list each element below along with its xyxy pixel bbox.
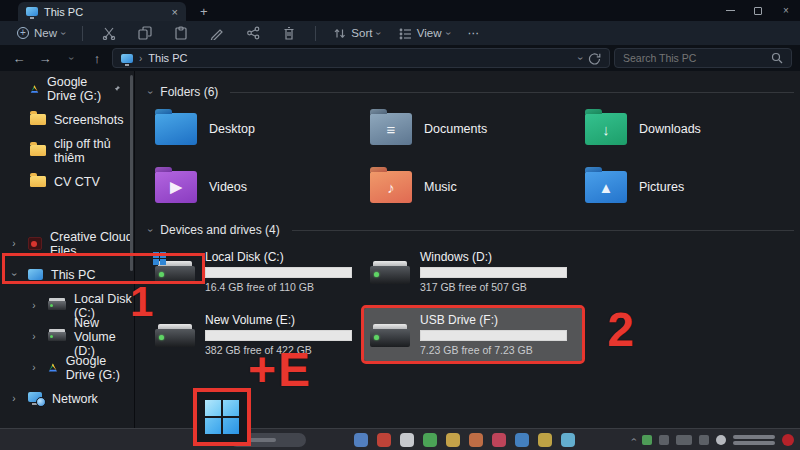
breadcrumb-separator-icon: › xyxy=(139,53,142,64)
divider xyxy=(82,26,83,41)
app-yellow[interactable] xyxy=(446,433,460,447)
folder-tile-music[interactable]: ♪ Music xyxy=(364,165,579,209)
sort-button[interactable]: Sort › xyxy=(326,25,387,42)
forward-button[interactable]: → xyxy=(34,51,56,66)
sidebar-item-label: clip off thủ thiêm xyxy=(54,137,134,165)
sidebar-item-creative-cloud-files[interactable]: › Creative Cloud Files xyxy=(0,228,134,259)
google-drive-icon xyxy=(48,361,58,374)
drive-name: USB Drive (F:) xyxy=(420,313,567,327)
app-white[interactable] xyxy=(400,433,414,447)
app-lightblue[interactable] xyxy=(561,433,575,447)
view-button[interactable]: View › xyxy=(392,25,457,42)
taskbar-clock[interactable] xyxy=(733,435,775,445)
new-tab-button[interactable]: + xyxy=(200,4,208,21)
sidebar-gap xyxy=(0,197,134,228)
up-button[interactable]: ↑ xyxy=(86,51,108,66)
sidebar-item-clip-off-thu-thiem[interactable]: clip off thủ thiêm xyxy=(0,135,134,166)
refresh-icon[interactable] xyxy=(588,52,601,65)
sidebar-item-label: Google Drive (G:) xyxy=(66,354,135,382)
share-button[interactable] xyxy=(237,23,269,43)
address-bar[interactable]: › This PC › xyxy=(112,48,610,68)
sidebar-scrollbar[interactable] xyxy=(130,75,133,271)
folder-tile-documents[interactable]: ≡ Documents xyxy=(364,107,579,151)
sidebar-item-google-drive-pinned[interactable]: Google Drive (G:) xyxy=(0,73,134,104)
tray-icon[interactable] xyxy=(716,435,726,445)
minimize-button[interactable] xyxy=(716,1,744,21)
drive-tile-usb-f[interactable]: USB Drive (F:) 7.23 GB free of 7.23 GB 2 xyxy=(364,308,582,361)
app-multi-3[interactable] xyxy=(515,433,529,447)
copy-button[interactable] xyxy=(129,23,161,43)
sort-label: Sort xyxy=(351,27,372,39)
hdd-icon xyxy=(155,266,195,284)
drives-section-header[interactable]: › Devices and drives (4) xyxy=(149,223,794,237)
chevron-right-icon[interactable]: › xyxy=(8,238,20,249)
hdd-icon xyxy=(48,301,66,310)
music-folder-icon: ♪ xyxy=(370,171,412,203)
trash-icon xyxy=(282,26,296,40)
notification-red-icon[interactable] xyxy=(782,434,794,446)
app-multi-2[interactable] xyxy=(492,433,506,447)
tab-close-icon[interactable]: × xyxy=(172,6,178,18)
rename-button[interactable] xyxy=(201,23,233,43)
maximize-button[interactable] xyxy=(744,1,772,21)
chevron-down-icon[interactable]: › xyxy=(9,269,20,281)
sidebar-item-google-drive-g[interactable]: › Google Drive (G:) xyxy=(0,352,134,383)
folder-label: Music xyxy=(424,180,457,194)
close-button[interactable]: × xyxy=(772,1,800,21)
folders-section-header[interactable]: › Folders (6) xyxy=(149,85,794,99)
chevron-right-icon[interactable]: › xyxy=(28,362,40,373)
explorer-tab[interactable]: This PC × xyxy=(18,2,186,21)
breadcrumb[interactable]: This PC xyxy=(148,52,187,64)
delete-button[interactable] xyxy=(273,23,305,43)
recent-locations-button[interactable]: › xyxy=(66,47,77,69)
app-red[interactable] xyxy=(377,433,391,447)
app-green[interactable] xyxy=(423,433,437,447)
sidebar-item-screenshots[interactable]: Screenshots xyxy=(0,104,134,135)
chevron-right-icon[interactable]: › xyxy=(28,331,40,342)
tray-icon[interactable] xyxy=(676,435,692,445)
more-options-button[interactable]: ⋯ xyxy=(461,24,487,42)
folder-icon xyxy=(30,176,46,187)
system-tray[interactable]: › xyxy=(632,434,794,446)
tray-icon[interactable] xyxy=(699,435,709,445)
share-icon xyxy=(246,26,260,40)
back-button[interactable]: ← xyxy=(8,51,30,66)
hdd-icon xyxy=(155,329,195,347)
tray-overflow-icon[interactable]: › xyxy=(628,438,639,441)
taskbar-app-icons[interactable] xyxy=(354,433,575,447)
address-dropdown-icon[interactable]: › xyxy=(575,56,586,59)
pictures-folder-icon: ▲ xyxy=(585,171,627,203)
tray-icon[interactable] xyxy=(659,435,669,445)
search-input[interactable] xyxy=(623,52,771,64)
folder-tile-videos[interactable]: ▶ Videos xyxy=(149,165,364,209)
chevron-right-icon[interactable]: › xyxy=(8,393,20,404)
chevron-down-icon: › xyxy=(58,31,69,34)
app-blue[interactable] xyxy=(354,433,368,447)
content-pane: › Folders (6) Desktop ≡ Documents ↓ Down… xyxy=(135,71,800,429)
folder-tile-desktop[interactable]: Desktop xyxy=(149,107,364,151)
sidebar-item-network[interactable]: › Network xyxy=(0,383,134,414)
sidebar-item-this-pc[interactable]: › This PC xyxy=(0,259,134,290)
sidebar-item-new-volume-d[interactable]: › New Volume (D:) xyxy=(0,321,134,352)
sidebar-item-cv-ctv[interactable]: CV CTV xyxy=(0,166,134,197)
rename-icon xyxy=(210,26,224,40)
paste-button[interactable] xyxy=(165,23,197,43)
folder-tile-pictures[interactable]: ▲ Pictures xyxy=(579,165,794,209)
tray-green-icon[interactable] xyxy=(642,435,652,445)
app-multi-4[interactable] xyxy=(538,433,552,447)
folders-grid: Desktop ≡ Documents ↓ Downloads ▶ Videos… xyxy=(149,107,794,209)
section-collapse-icon[interactable]: › xyxy=(145,228,156,231)
annotation-step-1: 1 xyxy=(130,278,153,326)
cut-icon xyxy=(102,26,116,40)
network-icon xyxy=(28,392,44,405)
new-button[interactable]: + New › xyxy=(10,25,72,41)
app-multi-1[interactable] xyxy=(469,433,483,447)
cut-button[interactable] xyxy=(93,23,125,43)
section-collapse-icon[interactable]: › xyxy=(145,90,156,93)
drive-tile-windows-d[interactable]: Windows (D:) 317 GB free of 507 GB xyxy=(364,245,582,298)
annotation-shortcut-plus-e: +E xyxy=(248,342,312,397)
chevron-right-icon[interactable]: › xyxy=(28,300,40,311)
drive-tile-local-disk-c[interactable]: Local Disk (C:) 16.4 GB free of 110 GB xyxy=(149,245,364,298)
folder-tile-downloads[interactable]: ↓ Downloads xyxy=(579,107,794,151)
search-box[interactable] xyxy=(614,48,792,68)
